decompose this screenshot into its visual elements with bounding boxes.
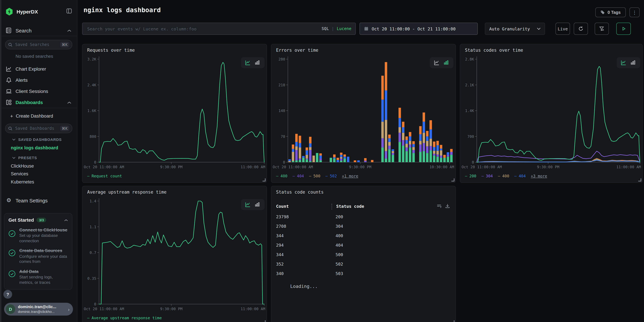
legend-item[interactable]: —502 (326, 174, 337, 178)
chevron-down-icon (12, 138, 16, 140)
hyperdx-logo-icon (6, 8, 13, 15)
requests-chart[interactable]: 08001.6K2.4K3.2KOct 20 11:00:00 AM9:30:0… (82, 44, 267, 171)
svg-text:11:00:00 AM: 11:00:00 AM (240, 165, 265, 169)
sidebar-item-services[interactable]: Services (11, 171, 28, 176)
live-button[interactable]: Live (556, 23, 570, 35)
table-row[interactable]: 344500 (271, 250, 456, 259)
lucene-mode-toggle[interactable]: Lucene (337, 26, 352, 31)
svg-text:11:00:00 AM: 11:00:00 AM (240, 307, 265, 311)
saved-dashboards-section[interactable]: SAVED DASHBOARDS (12, 138, 62, 142)
line-chart-icon[interactable] (434, 60, 440, 66)
table-row[interactable]: 2708304 (271, 221, 456, 231)
errors-chart[interactable]: 070140210280Oct 20 11:00:00 AM9:30:00 PM… (271, 44, 456, 171)
create-dashboard-button[interactable]: + Create Dashboard (0, 112, 77, 120)
legend-item[interactable]: —304 (481, 174, 493, 178)
sidebar-item-chart-explorer[interactable]: Chart Explorer (0, 65, 77, 73)
event-search-input[interactable] (86, 26, 322, 32)
column-header-count[interactable]: Count (276, 204, 289, 209)
sidebar-item-search[interactable]: Search (0, 26, 77, 34)
date-range-value: Oct 20 11:00:00 - Oct 21 11:00:00 (372, 26, 456, 31)
saved-searches-input[interactable]: ⌘K (5, 40, 72, 49)
bar-chart-icon[interactable] (444, 60, 450, 66)
tags-button[interactable]: 0 Tags (595, 8, 626, 17)
sql-mode-toggle[interactable]: SQL (322, 26, 329, 31)
user-menu[interactable]: D dominic.tran@clic... dominic.tran@clic… (4, 303, 73, 316)
svg-text:700: 700 (467, 134, 474, 139)
svg-text:2.1K: 2.1K (465, 83, 474, 87)
legend-item[interactable]: —404 (514, 174, 526, 178)
brand-row: HyperDX (0, 8, 77, 16)
legend-item[interactable]: —Average upstream response time (87, 316, 162, 320)
saved-dashboards-input[interactable]: ⌘K (5, 124, 72, 133)
saved-dashboards-field[interactable] (14, 126, 60, 131)
sidebar-item-dashboards[interactable]: Dashboards (0, 98, 77, 106)
get-started-item[interactable]: Create Data Sources Configure where your… (8, 248, 68, 264)
date-range-picker[interactable]: Oct 20 11:00:00 - Oct 21 11:00:00 (360, 23, 478, 35)
filter-button[interactable] (595, 23, 609, 35)
table-row[interactable]: 294404 (271, 240, 456, 250)
help-button[interactable]: ? (4, 290, 12, 299)
bar-chart-icon[interactable] (255, 60, 260, 66)
sidebar-item-team-settings[interactable]: ⚙ Team Settings (0, 196, 77, 204)
sidebar-scrollbar[interactable] (0, 0, 1, 322)
event-search-bar[interactable]: SQL | Lucene (82, 23, 356, 35)
column-resize-handle[interactable] (332, 204, 332, 210)
live-label: Live (558, 26, 568, 31)
legend-item[interactable]: —Request count (87, 174, 122, 178)
calendar-icon (364, 26, 369, 31)
legend-dash-icon: — (87, 316, 90, 320)
chevron-down-icon (537, 27, 540, 30)
presets-section[interactable]: PRESETS (12, 156, 37, 160)
legend-dash-icon: — (498, 174, 500, 178)
get-started-item[interactable]: Connect to ClickHouse Set up your databa… (8, 228, 68, 244)
table-row[interactable]: 23798200 (271, 212, 456, 221)
bar-chart-icon[interactable] (630, 60, 636, 66)
legend-item[interactable]: —400 (276, 174, 287, 178)
laptop-icon (6, 88, 12, 94)
sidebar-item-alerts[interactable]: Alerts (0, 76, 77, 84)
upstream-response-chart[interactable]: 00.350.71.11.4Oct 20 11:00:00 AM9:30:00 … (82, 186, 267, 313)
sidebar-item-client-sessions[interactable]: Client Sessions (0, 87, 77, 95)
sidebar-collapse-icon[interactable] (66, 8, 72, 15)
panel-menu-button[interactable]: ⋮ (630, 8, 640, 17)
search-icon (8, 126, 12, 130)
column-options-icon[interactable] (436, 204, 442, 210)
chart-legend: —Average upstream response time (87, 316, 162, 320)
refresh-button[interactable] (574, 23, 588, 35)
svg-text:1.4K: 1.4K (465, 109, 474, 113)
line-chart-icon[interactable] (621, 60, 626, 66)
sidebar-item-kubernetes[interactable]: Kubernetes (11, 180, 34, 184)
column-header-status-code[interactable]: Status code (336, 204, 364, 209)
run-query-button[interactable] (616, 23, 631, 35)
table-row[interactable]: 344400 (271, 231, 456, 240)
chart-type-toggle (241, 199, 264, 210)
bar-chart-icon[interactable] (255, 202, 260, 208)
panel-title: Status code counts (276, 190, 324, 194)
granularity-value: Auto Granularity (489, 26, 530, 31)
line-chart-icon[interactable] (245, 60, 251, 66)
sidebar-item-nginx-dashboard[interactable]: nginx logs dashboard (11, 145, 58, 150)
get-started-item[interactable]: Add Data Start sending logs, metrics, or… (8, 269, 68, 285)
svg-text:1.4: 1.4 (90, 199, 96, 203)
chevron-up-icon (67, 99, 71, 106)
chart-legend: —400—404—500—502+1 more (276, 174, 358, 178)
table-row[interactable]: 340503 (271, 268, 456, 278)
table-row[interactable]: 352502 (271, 259, 456, 268)
status-codes-chart[interactable]: 07001.4K2.1K2.8KOct 20 11:00:00 AM9:30:0… (460, 44, 643, 171)
line-chart-icon[interactable] (245, 202, 251, 208)
user-name: dominic.tran@clic... (18, 305, 68, 310)
legend-item[interactable]: —500 (309, 174, 320, 178)
svg-text:10:30:00 AM: 10:30:00 AM (430, 165, 454, 169)
legend-more-link[interactable]: +1 more (342, 174, 358, 178)
legend-item[interactable]: —200 (465, 174, 476, 178)
download-icon[interactable] (445, 204, 450, 210)
chart-explorer-icon (6, 66, 12, 72)
sidebar-item-label: Client Sessions (16, 88, 48, 94)
legend-more-link[interactable]: +3 more (531, 174, 547, 178)
legend-item[interactable]: —400 (498, 174, 509, 178)
saved-searches-field[interactable] (14, 42, 60, 47)
legend-item[interactable]: —404 (292, 174, 304, 178)
chevron-up-icon[interactable] (64, 217, 68, 223)
granularity-select[interactable]: Auto Granularity (485, 23, 545, 35)
sidebar-item-clickhouse[interactable]: ClickHouse (11, 164, 34, 168)
